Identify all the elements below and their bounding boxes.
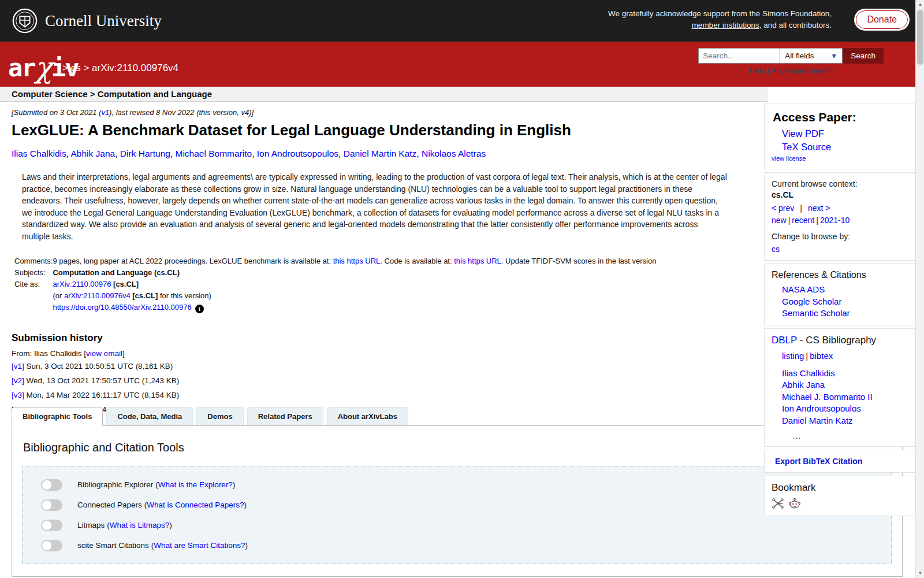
dblp-author-link[interactable]: Abhik Jana xyxy=(782,379,908,391)
site-header: Cornell University We gratefully acknowl… xyxy=(0,0,924,42)
breadcrumb-paper-id[interactable]: arXiv:2110.00976v4 xyxy=(92,62,178,73)
view-license-link[interactable]: view license xyxy=(772,155,806,162)
view-email-link[interactable]: view email xyxy=(86,349,122,358)
benchmark-url-link[interactable]: this https URL xyxy=(333,257,381,265)
author-separator: , xyxy=(115,149,120,158)
what-is-connected-papers-link[interactable]: What is Connected Papers? xyxy=(147,501,244,509)
abstract-page-main: [Submitted on 3 Oct 2021 (v1), last revi… xyxy=(0,102,759,416)
v1-link[interactable]: [v1] xyxy=(12,362,24,370)
tool-row: Bibliographic Explorer(What is the Explo… xyxy=(32,475,882,495)
tab-code-data-media[interactable]: Code, Data, Media xyxy=(106,407,193,425)
doi-link[interactable]: https://doi.org/10.48550/arXiv.2110.0097… xyxy=(53,303,191,312)
author-link[interactable]: Michael Bommarito xyxy=(175,149,252,158)
export-bibtex-link[interactable]: Export BibTeX Citation xyxy=(775,457,862,466)
all-fields-select[interactable]: All fields ▼ xyxy=(780,48,843,64)
tab-bibliographic-tools[interactable]: Bibliographic Tools xyxy=(12,407,103,426)
tex-source-link[interactable]: TeX Source xyxy=(782,141,908,153)
semantic-scholar-link[interactable]: Semantic Scholar xyxy=(782,307,908,319)
advanced-search-link[interactable]: Advanced Search xyxy=(771,66,833,75)
author-link[interactable]: Ilias Chalkidis xyxy=(12,149,66,158)
browse-context-card: Current browse context: cs.CL < prev|nex… xyxy=(764,172,915,261)
bibliographic-explorer-toggle[interactable] xyxy=(41,479,62,491)
references-citations-card: References & Citations NASA ADS Google S… xyxy=(764,264,915,325)
tool-name: Bibliographic Explorer xyxy=(77,480,153,489)
tab-demos[interactable]: Demos xyxy=(196,407,243,425)
author-link[interactable]: Abhik Jana xyxy=(71,149,116,158)
tab-about-arxivlabs[interactable]: About arXivLabs xyxy=(327,407,408,425)
dblp-bibtex-link[interactable]: bibtex xyxy=(810,351,833,361)
what-is-explorer-link[interactable]: What is the Explorer? xyxy=(158,480,233,489)
chevron-down-icon: ▼ xyxy=(830,52,837,60)
tool-row: Litmaps(What is Litmaps?) xyxy=(32,515,882,535)
prev-link[interactable]: < prev xyxy=(772,203,794,213)
tab-related-papers[interactable]: Related Papers xyxy=(247,407,323,425)
v2-link[interactable]: [v2] xyxy=(12,376,24,385)
labs-panel-title: Bibliographic and Citation Tools xyxy=(23,441,892,454)
author-list: Ilias Chalkidis, Abhik Jana, Dirk Hartun… xyxy=(12,149,759,159)
tool-name: Litmaps xyxy=(77,521,105,529)
cornell-logo-group[interactable]: Cornell University xyxy=(12,8,162,34)
tool-row: scite Smart Citations(What are Smart Cit… xyxy=(32,535,882,555)
cite-version-link[interactable]: arXiv:2110.00976v4 xyxy=(64,291,131,300)
breadcrumb-sep: > xyxy=(83,62,89,73)
author-separator: , xyxy=(252,149,257,158)
page-scrollbar[interactable]: ▲ ▼ xyxy=(915,0,924,578)
pipe: | xyxy=(804,351,810,361)
help-link[interactable]: Help xyxy=(749,66,765,75)
reddit-icon[interactable] xyxy=(788,497,802,510)
search-button[interactable]: Search xyxy=(843,48,884,64)
nasa-ads-link[interactable]: NASA ADS xyxy=(782,284,908,295)
dblp-card: DBLP - CS Bibliography listing|bibtex Il… xyxy=(764,328,915,447)
scroll-up-arrow[interactable]: ▲ xyxy=(916,0,924,9)
search-zone: All fields ▼ Search Help | Advanced Sear… xyxy=(698,48,884,75)
member-institutions-link[interactable]: member institutions xyxy=(692,21,759,29)
scroll-thumb[interactable] xyxy=(917,10,923,65)
dblp-author-link[interactable]: Ion Androutsopoulos xyxy=(782,403,908,414)
doi-info-icon[interactable]: i xyxy=(195,305,204,313)
toggle-knob xyxy=(42,501,51,510)
toggle-knob xyxy=(42,521,51,530)
v3-link[interactable]: [v3] xyxy=(12,391,24,399)
cite-category: [cs.CL] xyxy=(113,280,139,288)
cite-arxiv-link[interactable]: arXiv:2110.00976 xyxy=(53,280,111,288)
pipe: | xyxy=(814,216,820,225)
breadcrumb-sep: > xyxy=(62,62,68,73)
dblp-author-link[interactable]: Ilias Chalkidis xyxy=(782,368,908,379)
donate-button[interactable]: Donate xyxy=(856,10,908,29)
next-link[interactable]: next > xyxy=(808,203,830,213)
what-is-litmaps-link[interactable]: What is Litmaps? xyxy=(110,521,170,529)
from-suffix: ] xyxy=(122,349,125,358)
dblp-author-link[interactable]: Michael J. Bommarito II xyxy=(782,391,908,403)
dblp-listing-link[interactable]: listing xyxy=(782,351,804,361)
litmaps-toggle[interactable] xyxy=(41,520,62,531)
dblp-more-ellipsis[interactable]: … xyxy=(792,431,908,440)
code-url-link[interactable]: this https URL xyxy=(454,257,501,265)
citation-tools-box: Bibliographic Explorer(What is the Explo… xyxy=(22,466,892,564)
browse-cs-link[interactable]: cs xyxy=(772,244,780,254)
connected-papers-toggle[interactable] xyxy=(41,499,62,511)
author-link[interactable]: Daniel Martin Katz xyxy=(344,149,417,158)
month-link[interactable]: 2021-10 xyxy=(820,216,850,225)
recent-link[interactable]: recent xyxy=(792,216,814,225)
from-prefix: From: Ilias Chalkidis [ xyxy=(12,349,86,358)
new-link[interactable]: new xyxy=(772,216,787,225)
search-input[interactable] xyxy=(698,48,780,64)
dblp-author-link[interactable]: Daniel Martin Katz xyxy=(782,415,908,427)
dblp-link[interactable]: DBLP xyxy=(772,335,797,346)
comments-row: Comments: 9 pages, long paper at ACL 202… xyxy=(14,255,656,266)
tool-name: Connected Papers xyxy=(77,501,142,509)
scroll-down-arrow[interactable]: ▼ xyxy=(916,569,924,578)
scite-citations-toggle[interactable] xyxy=(41,540,62,551)
author-separator: , xyxy=(416,149,422,158)
view-pdf-link[interactable]: View PDF xyxy=(782,128,908,140)
google-scholar-link[interactable]: Google Scholar xyxy=(782,296,908,307)
browse-context-value: cs.CL xyxy=(772,190,908,200)
submitted-v1-link[interactable]: v1 xyxy=(101,108,109,117)
author-link[interactable]: Dirk Hartung xyxy=(120,149,170,158)
breadcrumb-cs-link[interactable]: cs xyxy=(71,62,81,73)
author-link[interactable]: Nikolaos Aletras xyxy=(422,149,486,158)
bibsonomy-icon[interactable] xyxy=(772,497,784,510)
what-are-smart-citations-link[interactable]: What are Smart Citations? xyxy=(154,541,245,550)
support-text-2: , and all contributors. xyxy=(759,21,832,29)
author-link[interactable]: Ion Androutsopoulos xyxy=(257,149,338,158)
